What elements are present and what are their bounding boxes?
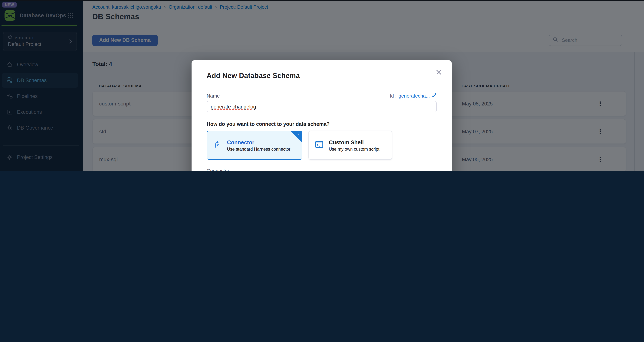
terminal-icon [314, 140, 324, 151]
connect-question: How do you want to connect to your data … [206, 121, 436, 127]
modal-title: Add New Database Schema [206, 60, 436, 80]
add-schema-modal: Add New Database Schema Name Id : genera… [192, 60, 452, 171]
connection-options: ✓ Connector Use standard Harness connect… [206, 131, 436, 160]
app-root: NEW ∞ Database DevOps [0, 0, 644, 171]
schema-name-input[interactable]: generate-changelog [206, 101, 436, 112]
edit-pencil-icon[interactable] [432, 93, 436, 99]
id-value-link[interactable]: generatecha... [398, 93, 430, 98]
option-card-custom-shell[interactable]: Custom Shell Use my own custom script [308, 131, 392, 160]
option-card-connector[interactable]: ✓ Connector Use standard Harness connect… [206, 131, 302, 160]
schema-name-value: generate-changelog [211, 104, 256, 109]
id-prefix: Id : [390, 93, 397, 98]
option-subtitle: Use standard Harness connector [227, 147, 290, 151]
close-icon[interactable] [435, 68, 443, 76]
name-label: Name [206, 93, 220, 98]
connector-branch-icon [213, 140, 222, 151]
option-title: Connector [227, 139, 290, 145]
option-title: Custom Shell [329, 139, 379, 145]
option-subtitle: Use my own custom script [329, 147, 379, 151]
connector-label: Connector [206, 168, 436, 171]
check-icon: ✓ [297, 131, 300, 136]
id-row: Id : generatecha... [390, 93, 436, 99]
